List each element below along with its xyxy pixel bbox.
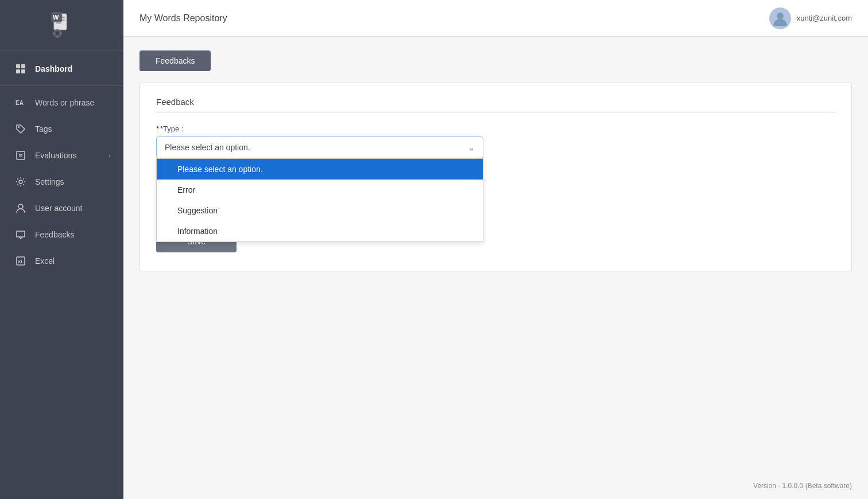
sidebar-item-words[interactable]: EA Words or phrase [0,89,123,116]
user-email: xunti@zunit.com [797,14,852,22]
required-star: * [156,124,159,133]
feedbacks-button[interactable]: Feedbacks [140,50,211,71]
content-area: Feedbacks Feedback **Type : Please selec… [123,37,868,473]
dropdown-option-please-select[interactable]: Please select an option. [157,159,483,180]
dropdown-option-error[interactable]: Error [157,180,483,200]
svg-rect-9 [57,36,58,38]
type-select-wrapper: Please select an option. ⌄ Please select… [156,137,483,158]
tags-icon [14,123,27,135]
chevron-down-icon: ⌄ [468,143,475,152]
sidebar-item-feedbacks[interactable]: Feedbacks [0,221,123,248]
user-account-label: User account [35,204,82,213]
type-dropdown: Please select an option. Error Suggestio… [156,158,483,242]
type-select-trigger[interactable]: Please select an option. ⌄ [156,137,483,158]
svg-rect-10 [53,33,55,34]
sidebar-item-tags[interactable]: Tags [0,116,123,142]
excel-icon: XL [14,255,27,267]
svg-rect-3 [56,22,61,24]
excel-label: Excel [35,256,55,266]
user-area: xunti@zunit.com [769,7,852,29]
svg-text:XL: XL [18,259,24,264]
user-icon [14,202,27,215]
main-content: My Words Repository xunti@zunit.com Feed… [123,0,868,499]
sidebar-navigation: Dashbord EA Words or phrase Tags [0,51,123,499]
app-logo-icon: W [46,10,78,42]
svg-point-17 [18,126,20,128]
avatar [769,7,791,29]
svg-point-22 [18,204,23,209]
sidebar-item-excel[interactable]: XL Excel [0,248,123,274]
svg-rect-13 [21,64,25,68]
feedback-form-card: Feedback **Type : Please select an optio… [140,83,852,271]
form-title: Feedback [156,97,835,113]
tags-label: Tags [35,124,52,134]
svg-rect-14 [16,69,20,73]
sidebar-item-dashboard[interactable]: Dashbord [0,56,123,82]
evaluations-label: Evaluations [35,151,76,160]
svg-text:W: W [53,14,59,21]
svg-rect-15 [21,69,25,73]
sidebar-item-evaluations[interactable]: Evaluations › [0,142,123,169]
settings-label: Settings [35,177,64,186]
version-text: Version - 1.0.0.0 (Beta software) [753,482,852,490]
page-title: My Words Repository [140,13,227,24]
dashboard-icon [14,63,27,75]
evaluations-chevron: › [108,152,111,159]
type-select-value: Please select an option. [165,143,250,152]
svg-point-21 [19,180,22,184]
dropdown-option-information[interactable]: Information [157,221,483,241]
feedbacks-label: Feedbacks [35,230,74,239]
words-label: Words or phrase [35,98,94,107]
svg-point-7 [56,32,59,35]
sidebar-item-settings[interactable]: Settings [0,169,123,195]
top-header: My Words Repository xunti@zunit.com [123,0,868,37]
type-label: **Type : [156,124,835,133]
dropdown-option-suggestion[interactable]: Suggestion [157,200,483,221]
action-bar: Feedbacks [140,50,852,71]
sidebar-item-user-account[interactable]: User account [0,195,123,221]
dashboard-label: Dashbord [35,64,72,73]
svg-text:EA: EA [16,100,24,106]
svg-rect-12 [16,64,20,68]
sidebar: W Dashbord [0,0,123,499]
evaluations-icon [14,149,27,162]
settings-icon [14,176,27,188]
sidebar-logo: W [0,0,123,51]
words-icon: EA [14,96,27,109]
feedbacks-icon [14,228,27,241]
svg-rect-11 [60,33,62,34]
svg-rect-18 [17,151,25,159]
svg-rect-8 [57,29,58,30]
svg-point-26 [777,13,784,20]
type-field-group: **Type : Please select an option. ⌄ Plea… [156,124,835,158]
version-footer: Version - 1.0.0.0 (Beta software) [123,473,868,499]
